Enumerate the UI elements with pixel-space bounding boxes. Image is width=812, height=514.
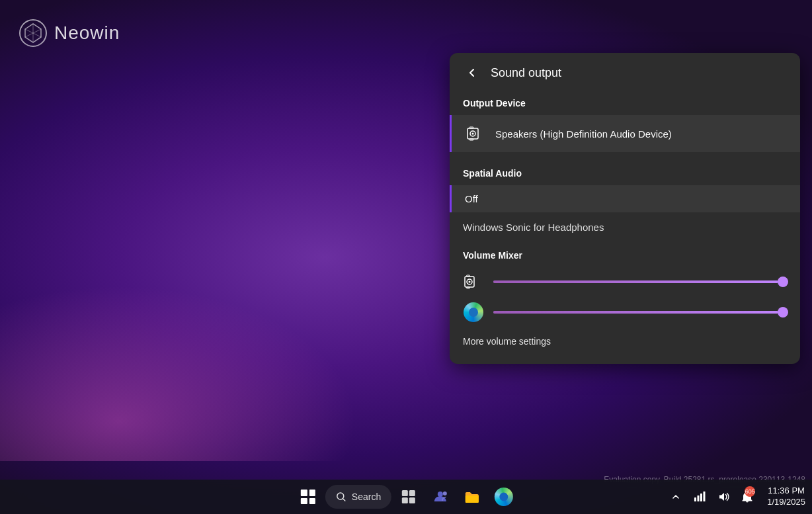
svg-rect-14 <box>402 497 408 503</box>
start-button[interactable] <box>294 482 323 511</box>
svg-rect-20 <box>698 495 700 501</box>
neowin-logo: Neowin <box>19 19 120 48</box>
edge-browser-icon <box>463 302 484 323</box>
output-device-label: Output Device <box>450 93 800 114</box>
system-speaker-icon <box>463 271 484 292</box>
svg-point-17 <box>443 492 447 495</box>
svg-rect-5 <box>469 139 473 140</box>
svg-point-16 <box>438 492 443 497</box>
file-explorer-button[interactable] <box>458 482 487 511</box>
system-tray: 605 11:36 PM 1/19/2025 <box>665 480 812 514</box>
speaker-device-icon <box>465 123 486 144</box>
chevron-up-icon <box>671 492 680 501</box>
svg-point-8 <box>469 281 471 283</box>
clock-area[interactable]: 11:36 PM 1/19/2025 <box>760 480 812 514</box>
panel-title: Sound output <box>491 66 561 80</box>
device-name-text: Speakers (High Definition Audio Device) <box>495 128 672 140</box>
svg-rect-22 <box>704 492 706 501</box>
teams-icon <box>432 488 449 505</box>
file-explorer-icon <box>464 488 481 505</box>
edge-volume-slider[interactable] <box>493 306 787 319</box>
svg-rect-12 <box>402 490 408 496</box>
svg-rect-9 <box>467 275 470 277</box>
svg-rect-15 <box>409 497 415 503</box>
sound-output-panel: Sound output Output Device Speakers (Hig… <box>450 53 800 364</box>
show-hidden-icons-button[interactable] <box>665 482 686 511</box>
speaker-device-item[interactable]: Speakers (High Definition Audio Device) <box>450 115 800 152</box>
taskbar: Search <box>0 480 812 514</box>
clock-time: 11:36 PM <box>768 486 805 497</box>
search-icon <box>336 492 346 502</box>
search-button[interactable]: Search <box>325 485 391 509</box>
notification-badge: 605 <box>745 486 755 497</box>
svg-rect-10 <box>467 287 470 288</box>
svg-rect-21 <box>700 493 702 501</box>
windows-sonic-text: Windows Sonic for Headphones <box>463 222 604 233</box>
sound-panel-header: Sound output <box>450 64 800 93</box>
edge-button[interactable] <box>489 482 518 511</box>
back-button[interactable] <box>463 64 481 82</box>
spatial-audio-label: Spatial Audio <box>450 163 800 184</box>
network-icon <box>694 491 706 503</box>
svg-rect-13 <box>409 490 415 496</box>
svg-point-3 <box>472 133 474 135</box>
svg-rect-18 <box>466 495 479 503</box>
volume-mixer-section: More volume settings <box>450 266 800 359</box>
task-view-icon <box>401 489 417 505</box>
clock-date: 1/19/2025 <box>767 497 805 508</box>
task-view-button[interactable] <box>394 482 423 511</box>
taskbar-center: Search <box>294 482 518 511</box>
spatial-off-text: Off <box>465 193 478 204</box>
notification-button[interactable]: 605 <box>737 482 758 511</box>
svg-rect-4 <box>469 127 473 128</box>
neowin-brand-text: Neowin <box>54 22 120 44</box>
sound-icon <box>717 491 729 503</box>
windows-logo-icon <box>301 490 315 504</box>
volume-row-system <box>463 271 787 292</box>
spatial-off-item[interactable]: Off <box>450 185 800 212</box>
sound-button[interactable] <box>713 482 734 511</box>
edge-taskbar-icon <box>495 488 513 506</box>
neowin-logo-icon <box>19 19 48 48</box>
network-button[interactable] <box>689 482 710 511</box>
search-label: Search <box>352 492 381 502</box>
volume-row-edge <box>463 302 787 323</box>
svg-rect-19 <box>694 497 696 501</box>
more-volume-settings-button[interactable]: More volume settings <box>463 332 787 351</box>
system-volume-slider[interactable] <box>493 275 787 288</box>
volume-mixer-label: Volume Mixer <box>450 245 800 266</box>
teams-button[interactable] <box>426 482 455 511</box>
windows-sonic-option[interactable]: Windows Sonic for Headphones <box>450 214 800 241</box>
